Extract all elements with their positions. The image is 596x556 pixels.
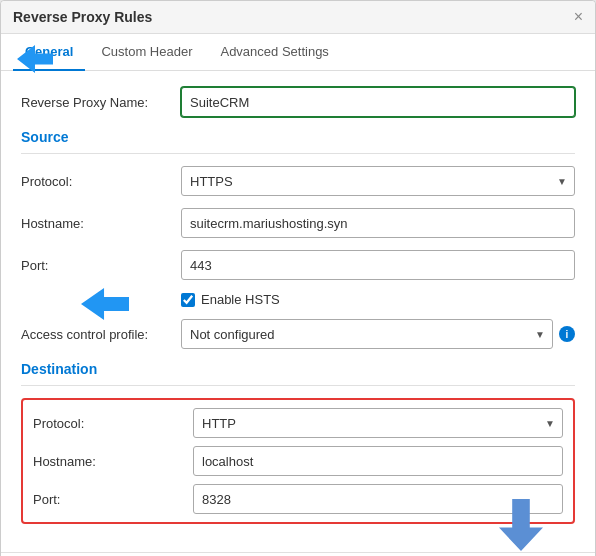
dialog-container: Reverse Proxy Rules × General Custom Hea… <box>0 0 596 556</box>
proxy-name-label: Reverse Proxy Name: <box>21 95 181 110</box>
save-arrow <box>499 499 543 554</box>
tabs-container: General Custom Header Advanced Settings <box>1 34 595 71</box>
source-section-title: Source <box>21 129 575 145</box>
dest-protocol-label: Protocol: <box>33 416 193 431</box>
access-control-label: Access control profile: <box>21 327 181 342</box>
source-hostname-label: Hostname: <box>21 216 181 231</box>
tab-advanced-settings[interactable]: Advanced Settings <box>208 34 340 71</box>
proxy-name-row: Reverse Proxy Name: <box>21 87 575 117</box>
source-hostname-input[interactable] <box>181 208 575 238</box>
source-protocol-label: Protocol: <box>21 174 181 189</box>
source-protocol-wrapper: HTTPS HTTP ▼ <box>181 166 575 196</box>
dest-hostname-row: Hostname: <box>33 446 563 476</box>
access-control-info-icon[interactable]: i <box>559 326 575 342</box>
tab-custom-header[interactable]: Custom Header <box>89 34 204 71</box>
close-button[interactable]: × <box>574 9 583 25</box>
dest-port-row: Port: <box>33 484 563 514</box>
enable-hsts-checkbox[interactable] <box>181 293 195 307</box>
source-port-row: Port: <box>21 250 575 280</box>
access-control-row: Access control profile: Not configured ▼… <box>21 319 575 349</box>
dialog-body: Reverse Proxy Name: Source Protocol: HTT… <box>1 71 595 552</box>
source-protocol-select[interactable]: HTTPS HTTP <box>181 166 575 196</box>
dialog-title: Reverse Proxy Rules <box>13 9 152 25</box>
dest-protocol-select[interactable]: HTTP HTTPS <box>193 408 563 438</box>
source-port-label: Port: <box>21 258 181 273</box>
dialog-titlebar: Reverse Proxy Rules × <box>1 1 595 34</box>
tab-custom-header-label: Custom Header <box>101 44 192 59</box>
hsts-arrow <box>81 288 129 323</box>
dest-protocol-wrapper: HTTP HTTPS ▼ <box>193 408 563 438</box>
access-control-select[interactable]: Not configured <box>181 319 553 349</box>
dest-hostname-label: Hostname: <box>33 454 193 469</box>
tab-arrow <box>17 45 53 76</box>
source-protocol-row: Protocol: HTTPS HTTP ▼ <box>21 166 575 196</box>
dest-protocol-row: Protocol: HTTP HTTPS ▼ <box>33 408 563 438</box>
enable-hsts-label: Enable HSTS <box>201 292 280 307</box>
dest-port-label: Port: <box>33 492 193 507</box>
source-port-input[interactable] <box>181 250 575 280</box>
enable-hsts-row: Enable HSTS <box>181 292 575 307</box>
access-control-wrapper: Not configured ▼ <box>181 319 553 349</box>
dest-hostname-input[interactable] <box>193 446 563 476</box>
proxy-name-input[interactable] <box>181 87 575 117</box>
source-hostname-row: Hostname: <box>21 208 575 238</box>
dialog-footer: Cancel Save <box>1 552 595 556</box>
destination-group: Protocol: HTTP HTTPS ▼ Hostname: Port: <box>21 398 575 524</box>
tab-advanced-settings-label: Advanced Settings <box>220 44 328 59</box>
destination-section-title: Destination <box>21 361 575 377</box>
